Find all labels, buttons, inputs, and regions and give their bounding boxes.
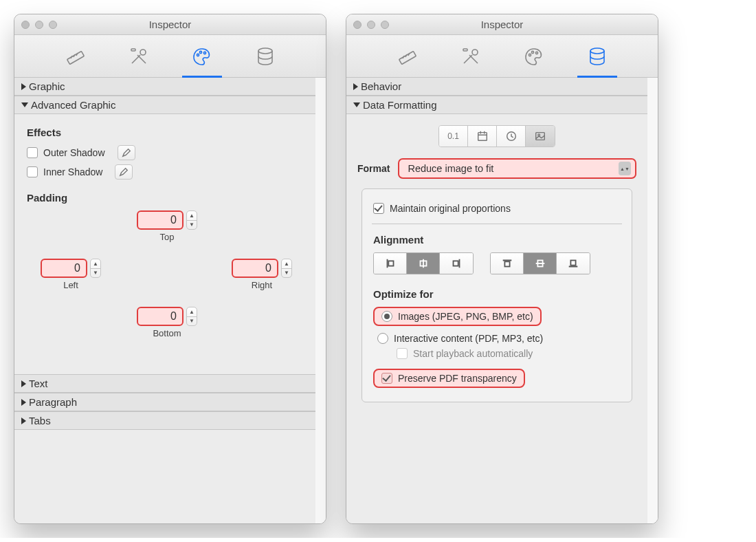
padding-controls: 0 ▲▼ Top 0 ▲▼ Left 0	[27, 210, 303, 362]
v-align-bottom[interactable]	[557, 253, 590, 274]
tab-tools[interactable]	[455, 41, 487, 72]
padding-top-field[interactable]: 0	[137, 210, 184, 230]
svg-point-19	[590, 48, 604, 54]
autoplay-label: Start playback automatically	[413, 348, 533, 359]
divider	[372, 224, 622, 224]
maintain-proportions-checkbox[interactable]	[373, 203, 384, 214]
window-title: Inspector	[14, 19, 326, 30]
tab-metrics[interactable]	[392, 41, 423, 72]
svg-point-6	[197, 54, 199, 56]
align-h-center-icon	[417, 257, 430, 270]
padding-bottom-stepper[interactable]: ▲▼	[186, 307, 197, 326]
h-align-segmented	[373, 252, 474, 274]
tab-data[interactable]	[249, 41, 281, 72]
section-label: Paragraph	[29, 396, 77, 408]
svg-rect-10	[399, 52, 416, 65]
pencil-icon	[119, 167, 129, 177]
align-left-icon	[384, 257, 397, 270]
titlebar[interactable]: Inspector	[14, 14, 326, 35]
svg-line-3	[76, 53, 78, 56]
tab-data[interactable]	[581, 41, 613, 72]
palette-icon	[191, 45, 213, 67]
svg-rect-0	[67, 52, 84, 65]
preserve-pdf-row: Preserve PDF transparency	[373, 369, 525, 388]
v-align-top[interactable]	[491, 253, 524, 274]
svg-point-16	[529, 54, 531, 56]
padding-top-stepper[interactable]: ▲▼	[186, 210, 197, 230]
svg-rect-15	[463, 49, 467, 51]
section-data-formatting[interactable]: Data Formatting	[346, 96, 647, 114]
section-text[interactable]: Text	[14, 375, 315, 393]
tab-metrics[interactable]	[60, 41, 91, 72]
inspector-tab-bar	[14, 35, 326, 78]
clock-icon	[505, 130, 518, 142]
h-align-center[interactable]	[407, 253, 440, 274]
padding-right-field[interactable]: 0	[232, 259, 278, 278]
optimize-heading: Optimize for	[373, 288, 621, 300]
tools-icon	[128, 45, 150, 67]
section-paragraph[interactable]: Paragraph	[14, 393, 315, 411]
inner-shadow-edit-button[interactable]	[115, 164, 133, 180]
format-type-segmented: 0.1	[438, 125, 555, 147]
format-type-image[interactable]	[526, 126, 555, 147]
svg-line-13	[408, 53, 410, 56]
tab-tools[interactable]	[123, 41, 155, 72]
svg-rect-34	[504, 261, 509, 266]
tools-icon	[460, 45, 482, 67]
optimize-interactive-label: Interactive content (PDF, MP3, etc)	[394, 333, 543, 344]
padding-top-label: Top	[160, 232, 175, 242]
svg-point-14	[472, 50, 478, 55]
format-type-time[interactable]	[497, 126, 526, 147]
inspector-window-appearance: Inspector Graphic Advanced Graphic Effec…	[14, 14, 326, 524]
database-icon	[586, 45, 608, 67]
padding-left-stepper[interactable]: ▲▼	[90, 259, 101, 278]
ruler-icon	[65, 45, 87, 67]
v-align-middle[interactable]	[524, 253, 557, 274]
inspector-window-data: Inspector Behavior Data Formatting 0.1	[346, 14, 658, 524]
format-popup-value: Reduce image to fit	[408, 163, 493, 174]
optimize-images-row: Images (JPEG, PNG, BMP, etc)	[373, 307, 542, 326]
padding-right-stepper[interactable]: ▲▼	[281, 259, 292, 278]
svg-point-18	[535, 52, 537, 54]
section-tabs[interactable]: Tabs	[14, 411, 315, 430]
outer-shadow-label: Outer Shadow	[43, 147, 105, 158]
padding-bottom-field[interactable]: 0	[137, 307, 184, 326]
format-type-number[interactable]: 0.1	[439, 126, 468, 147]
advanced-graphic-panel: Effects Outer Shadow Inner Shadow Paddin…	[14, 114, 315, 375]
tab-appearance[interactable]	[186, 41, 218, 72]
svg-point-4	[140, 50, 146, 55]
section-label: Behavior	[361, 80, 401, 92]
h-align-left[interactable]	[374, 253, 407, 274]
section-label: Graphic	[29, 80, 65, 92]
preserve-pdf-checkbox[interactable]	[381, 373, 392, 384]
tab-appearance[interactable]	[518, 41, 550, 72]
image-icon	[534, 130, 546, 142]
maintain-proportions-label: Maintain original proportions	[390, 203, 511, 214]
svg-rect-28	[388, 261, 393, 265]
pencil-icon	[122, 148, 131, 158]
preserve-pdf-label: Preserve PDF transparency	[398, 373, 517, 384]
outer-shadow-edit-button[interactable]	[118, 145, 135, 160]
section-advanced-graphic[interactable]: Advanced Graphic	[14, 96, 315, 114]
outer-shadow-checkbox[interactable]	[27, 147, 38, 158]
section-label: Data Formatting	[363, 99, 437, 111]
section-label: Text	[29, 378, 48, 389]
optimize-images-radio[interactable]	[381, 311, 392, 322]
optimize-interactive-radio[interactable]	[377, 333, 388, 344]
inner-shadow-checkbox[interactable]	[27, 166, 38, 177]
h-align-right[interactable]	[440, 253, 473, 274]
format-popup[interactable]: Reduce image to fit ▲▼	[398, 158, 636, 179]
format-type-date[interactable]	[468, 126, 497, 147]
svg-point-9	[258, 48, 272, 54]
svg-point-17	[531, 51, 533, 53]
ruler-icon	[397, 45, 419, 67]
svg-rect-20	[478, 133, 487, 141]
format-label: Format	[357, 163, 390, 174]
section-behavior[interactable]: Behavior	[346, 78, 647, 96]
padding-left-field[interactable]: 0	[41, 259, 87, 278]
palette-icon	[523, 45, 545, 67]
padding-right-label: Right	[252, 280, 272, 290]
align-bottom-icon	[567, 257, 579, 270]
section-graphic[interactable]: Graphic	[14, 78, 315, 96]
titlebar[interactable]: Inspector	[346, 14, 658, 35]
